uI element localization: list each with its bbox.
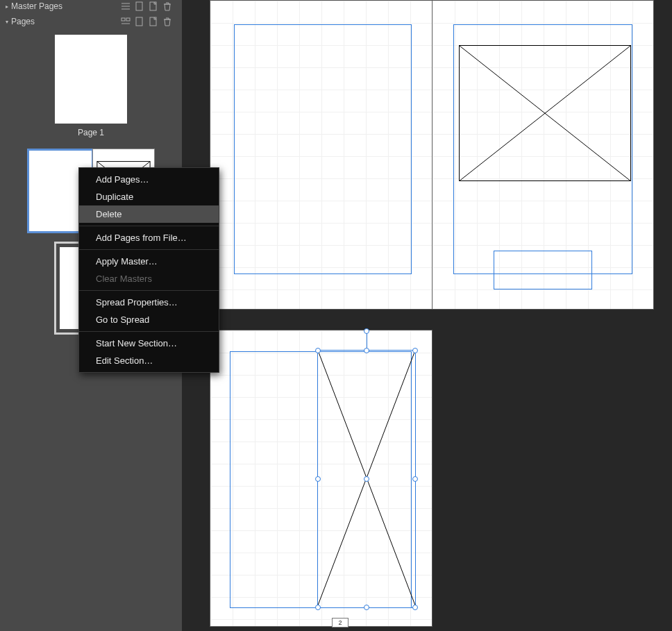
selection-handle-nw[interactable] (315, 348, 321, 353)
menu-item-start-new-section[interactable]: Start New Section… (79, 335, 219, 352)
svg-rect-0 (136, 2, 142, 10)
new-page-icon[interactable] (135, 1, 144, 11)
menu-item-spread-properties[interactable]: Spread Properties… (79, 294, 219, 311)
menu-separator (79, 249, 219, 250)
new-page-icon-2[interactable] (149, 1, 158, 11)
new-page-icon-2[interactable] (149, 17, 158, 26)
selection-handle-e[interactable] (412, 476, 418, 482)
selection-handle-w[interactable] (315, 476, 321, 482)
new-page-icon[interactable] (135, 17, 144, 26)
selected-picture-frame[interactable] (317, 350, 416, 608)
left-page-margin (234, 24, 412, 274)
menu-item-duplicate[interactable]: Duplicate (79, 188, 219, 205)
menu-item-add-pages[interactable]: Add Pages… (79, 171, 219, 188)
selection-handle-n[interactable] (364, 348, 369, 353)
selection-handle-s[interactable] (364, 605, 369, 610)
pages-toolbar (121, 17, 176, 26)
menu-item-clear-masters: Clear Masters (79, 270, 219, 287)
menu-item-edit-section[interactable]: Edit Section… (79, 352, 219, 369)
pages-header[interactable]: ▾ Pages (0, 15, 182, 28)
menu-separator (79, 226, 219, 226)
spread-spine (432, 1, 432, 309)
spread-2[interactable]: 2 (210, 330, 432, 627)
context-menu: Add Pages…DuplicateDeleteAdd Pages from … (78, 167, 219, 373)
page-thumb-1-label: Page 1 (78, 128, 104, 137)
master-pages-label: Master Pages (11, 1, 62, 11)
page-thumb-1-preview (55, 35, 127, 124)
selection-handle-ne[interactable] (412, 348, 418, 353)
disclosure-triangle-icon: ▾ (6, 19, 8, 25)
menu-separator (79, 331, 219, 332)
document-canvas[interactable]: 2 (182, 0, 672, 631)
trash-icon[interactable] (162, 17, 172, 26)
trash-icon[interactable] (162, 1, 172, 11)
menu-item-go-to-spread[interactable]: Go to Spread (79, 311, 219, 328)
svg-rect-4 (136, 17, 142, 26)
small-frame[interactable] (494, 251, 592, 289)
master-pages-toolbar (121, 1, 176, 11)
options-icon[interactable] (121, 1, 131, 11)
menu-separator (79, 290, 219, 291)
options-icon[interactable] (121, 17, 131, 26)
svg-rect-2 (121, 18, 125, 21)
picture-frame-top[interactable] (459, 45, 631, 181)
selection-handle-center[interactable] (364, 476, 369, 482)
menu-item-apply-master[interactable]: Apply Master… (79, 253, 219, 270)
page-thumb-1[interactable]: Page 1 (55, 35, 127, 137)
selection-handle-se[interactable] (412, 605, 418, 610)
page-number-tab: 2 (332, 618, 348, 628)
pages-label: Pages (11, 17, 35, 26)
menu-item-add-pages-from-file[interactable]: Add Pages from File… (79, 229, 219, 246)
svg-rect-3 (126, 18, 130, 21)
master-pages-header[interactable]: ▸ Master Pages (0, 0, 182, 12)
pages-panel: ▸ Master Pages ▾ Pages (0, 0, 182, 631)
menu-item-delete[interactable]: Delete (79, 205, 219, 223)
selection-handle-sw[interactable] (315, 605, 321, 610)
rotation-handle[interactable] (364, 328, 369, 334)
spread-1[interactable] (210, 0, 654, 310)
disclosure-triangle-icon: ▸ (6, 3, 8, 10)
